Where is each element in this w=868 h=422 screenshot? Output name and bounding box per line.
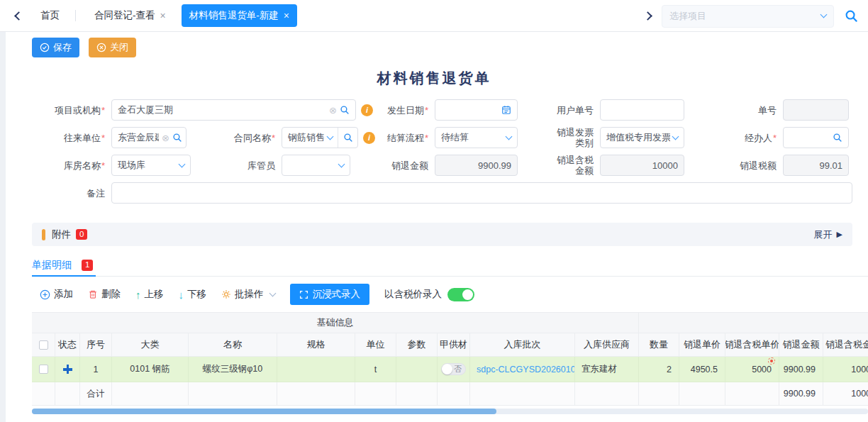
search-icon [343,133,353,143]
save-button[interactable]: 保存 [32,38,79,57]
cell-supplier[interactable]: 宜东建材 [575,357,639,382]
chevron-down-icon[interactable] [179,160,186,167]
row-status-plus-icon[interactable] [63,365,72,374]
horizontal-scrollbar[interactable] [32,409,868,414]
close-button[interactable]: 关闭 [89,38,136,57]
cell-seq: 1 [80,357,112,382]
cell-amount[interactable]: 9900.99 [779,357,823,382]
attachment-label: 附件 [52,228,71,241]
info-icon[interactable]: i [363,132,375,144]
screen: 首页 合同登记-查看 × 材料销售退货单-新建 × 保存 [0,0,868,422]
return-amount-input: 9900.99 [435,155,518,176]
move-down-button[interactable]: ↓ 下移 [179,288,207,301]
clear-icon[interactable]: ⊗ [329,106,337,115]
chevron-down-icon[interactable] [506,133,513,140]
top-tab-bar: 首页 合同登记-查看 × 材料销售退货单-新建 × [0,0,868,32]
close-icon[interactable]: × [160,11,166,21]
settle-flow-select[interactable]: 待结算 [435,127,518,148]
tabs-scroll-right-icon[interactable] [643,11,652,21]
row-checkbox[interactable] [39,365,48,374]
tab-divider [75,10,76,21]
field-handler: 经办人* [738,127,849,148]
scrollbar-thumb[interactable] [32,409,496,414]
tab-contract-view[interactable]: 合同登记-查看 × [94,9,166,22]
occur-date-input[interactable] [435,99,518,121]
batch-link[interactable]: sdpc-CLCGYSD2026010 [477,365,575,374]
move-up-button[interactable]: ↑ 上移 [135,288,164,301]
page-title: 材料销售退货单 [0,69,868,88]
select-all-checkbox[interactable] [39,340,48,350]
contract-search-button[interactable] [338,128,353,148]
field-return-amount-tax: 销退含税金额 10000 [546,155,684,176]
cell-param[interactable] [396,357,438,382]
detail-table: 基础信息 状态 序号 大类 名称 规格 单位 参数 甲供材 入库批次 入库供应商… [32,312,868,406]
search-icon[interactable] [833,133,842,143]
field-warehouse: 库房名称* 现场库 [32,155,191,176]
chevron-down-icon[interactable] [820,11,828,18]
table-total-row: 合计 9900.99 10000 [32,382,868,406]
field-remark: 备注 [32,182,852,204]
cell-category[interactable]: 0101 钢筋 [112,357,189,382]
counterparty-input[interactable]: ⊗ [111,127,187,148]
grid-toolbar: 添加 删除 ↑ 上移 ↓ 下移 批操作 沉浸式录入 以含税价录入 [40,283,474,306]
clear-icon[interactable]: ⊗ [162,133,169,143]
close-circle-icon [96,43,106,52]
cell-amount-tax[interactable]: 10000 [823,357,868,382]
contract-name-select[interactable]: 钢筋销售 [282,127,358,148]
invoice-type-select[interactable]: 增值税专用发票 [600,127,684,148]
field-return-tax: 销退税额 99.01 [738,155,849,176]
plus-circle-icon [40,289,50,300]
tab-home[interactable]: 首页 [40,9,60,22]
col-price: 销退单价 [679,333,725,357]
handler-input[interactable] [783,127,849,148]
immersive-entry-button[interactable]: 沉浸式录入 [290,284,370,305]
col-amount-tax: 销退含税金额 [823,333,868,357]
tax-entry-toggle[interactable] [447,288,474,301]
topbar-right [645,0,858,32]
search-icon[interactable] [172,133,182,143]
tax-entry-toggle-group: 以含税价录入 [384,288,474,301]
cell-price[interactable]: 4950.5 [679,357,725,382]
user-no-input[interactable] [600,99,684,121]
attachment-bar[interactable]: 附件 0 展开 ▶ [32,223,852,246]
chevron-down-icon[interactable] [327,133,334,140]
warehouse-keeper-select[interactable] [282,155,350,176]
info-icon[interactable]: i [361,104,373,116]
calendar-icon[interactable] [501,105,511,115]
tab-detail[interactable]: 单据明细 1 [32,255,96,277]
warehouse-select[interactable]: 现场库 [111,155,191,176]
expand-button[interactable]: 展开 ▶ [814,228,842,241]
project-org-input[interactable]: ⊗ [111,99,356,121]
field-user-no: 用户单号 [546,99,684,121]
chevron-down-icon[interactable] [338,160,345,167]
table-row: 1 0101 钢筋 螺纹三级钢φ10 t 否 sdpc-CLCGYSD20260… [32,357,868,382]
tabs-scroll-left-icon[interactable] [14,11,23,21]
search-icon[interactable] [845,9,858,23]
total-amount: 9900.99 [779,382,823,406]
cell-unit[interactable]: t [355,357,396,382]
attachment-count-badge: 0 [76,229,87,240]
field-counterparty: 往来单位* ⊗ [32,127,187,148]
close-icon[interactable]: × [284,11,289,21]
cell-name[interactable]: 螺纹三级钢φ10 [189,357,277,382]
project-select[interactable] [662,5,834,28]
cell-price-tax[interactable]: 5000 [725,357,779,382]
check-circle-icon [40,43,50,52]
search-icon[interactable] [340,105,350,115]
delete-row-button[interactable]: 删除 [88,288,121,301]
cell-spec[interactable] [277,357,355,382]
col-batch: 入库批次 [470,333,575,357]
col-unit: 单位 [355,333,396,357]
chevron-down-icon[interactable] [672,133,679,140]
remark-input[interactable] [111,182,852,204]
col-amount: 销退金额 [779,333,823,357]
add-row-button[interactable]: 添加 [40,288,73,301]
col-seq: 序号 [80,333,112,357]
group-header-blank [639,312,868,333]
batch-ops-button[interactable]: 批操作 [221,288,275,301]
project-select-input[interactable] [669,11,821,21]
cell-qty[interactable]: 2 [639,357,679,382]
owner-supplied-toggle[interactable]: 否 [441,363,466,375]
col-param: 参数 [396,333,438,357]
tab-material-return-new[interactable]: 材料销售退货单-新建 × [182,4,297,27]
